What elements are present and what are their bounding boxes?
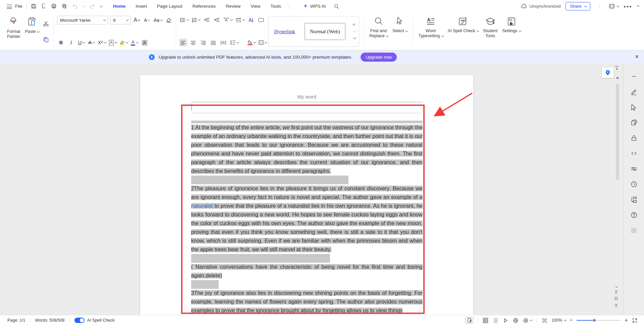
quick-access-dropdown-icon[interactable] — [100, 4, 102, 7]
code-icon[interactable] — [630, 149, 638, 157]
line-spacing-button[interactable] — [229, 39, 239, 47]
task-window-button[interactable] — [466, 317, 473, 324]
strikethrough-button[interactable]: A — [87, 39, 95, 47]
scroll-down-icon[interactable] — [615, 285, 618, 287]
underline-button[interactable]: U — [77, 39, 85, 47]
word-count[interactable]: Words: 508/508 — [35, 318, 65, 323]
zoom-slider-handle[interactable] — [593, 319, 596, 322]
zoom-slider[interactable] — [577, 318, 621, 323]
copy-button[interactable] — [42, 36, 50, 44]
font-name-select[interactable]: Microsoft YaHei — [57, 16, 108, 24]
style-hyperlink[interactable]: Hyperlink — [271, 28, 299, 35]
undo-dropdown-icon[interactable] — [83, 4, 85, 7]
naturalist-link[interactable]: naturalist — [191, 203, 213, 209]
clear-copy-icon[interactable] — [630, 119, 638, 127]
select-cursor-icon[interactable] — [630, 103, 638, 111]
distribute-button[interactable] — [219, 39, 227, 47]
word-typesetting-button[interactable]: A WordTypesetting — [416, 14, 445, 49]
upgrade-now-button[interactable]: Upgrade now — [361, 53, 396, 62]
new-tab-button[interactable] — [609, 4, 619, 9]
location-pin-button[interactable] — [601, 67, 614, 78]
fullscreen-button[interactable] — [632, 317, 638, 324]
justify-button[interactable] — [209, 39, 217, 47]
banner-close-icon[interactable]: × — [635, 53, 639, 60]
increase-indent-button[interactable] — [213, 16, 221, 24]
page-view-button[interactable] — [482, 317, 489, 324]
tab-wps-ai[interactable]: WPS AI — [303, 4, 326, 9]
sort-button[interactable] — [247, 16, 255, 24]
tab-references[interactable]: References — [193, 4, 216, 9]
character-border-button[interactable]: A — [108, 39, 117, 47]
apps-grid-icon[interactable] — [630, 226, 638, 235]
ai-spell-check-button[interactable]: ABC AI Spell Check — [445, 14, 481, 49]
clear-format-button[interactable] — [165, 16, 173, 24]
share-button[interactable]: Share — [566, 2, 590, 10]
decrease-indent-button[interactable] — [203, 16, 211, 24]
fit-page-button[interactable] — [541, 317, 548, 324]
character-shading-button[interactable]: A — [141, 39, 149, 47]
bold-button[interactable]: B — [57, 39, 65, 47]
format-painter-button[interactable]: FormatPainter — [5, 14, 23, 49]
print-icon[interactable] — [51, 3, 57, 9]
style-normal-web[interactable]: Normal (Web) — [305, 23, 345, 40]
tab-home[interactable]: Home — [113, 4, 126, 9]
student-tools-button[interactable]: StudentTools — [481, 14, 500, 49]
show-marks-button[interactable] — [257, 16, 265, 24]
document-page[interactable]: My word 1 At the beginning of the entire… — [140, 75, 473, 315]
reading-view-button[interactable] — [502, 317, 509, 324]
adjust-sliders-icon[interactable] — [630, 165, 638, 173]
redo-icon[interactable] — [89, 4, 95, 9]
page-indicator[interactable]: Page: 1/1 — [7, 318, 25, 323]
undo-icon[interactable] — [72, 4, 78, 9]
document-content[interactable]: 1 At the beginning of the entire article… — [191, 102, 423, 315]
italic-button[interactable]: I — [67, 39, 75, 47]
signature-pen-icon[interactable] — [630, 88, 638, 96]
zoom-level[interactable]: 100% — [551, 318, 566, 323]
hamburger-icon[interactable] — [7, 4, 12, 8]
tab-insert[interactable]: Insert — [136, 4, 147, 9]
scroll-up-arrow[interactable] — [616, 76, 619, 79]
zoom-out-button[interactable]: − — [570, 318, 573, 323]
font-color-button[interactable]: A — [130, 39, 139, 47]
tab-view[interactable]: View — [251, 4, 260, 9]
wrap-button[interactable] — [235, 16, 245, 24]
lock-icon[interactable] — [630, 134, 638, 142]
history-icon[interactable] — [630, 180, 638, 188]
web-view-button[interactable] — [513, 317, 519, 324]
cut-button[interactable] — [42, 20, 50, 28]
output-icon[interactable] — [41, 3, 46, 9]
help-icon[interactable] — [630, 211, 638, 219]
more-icon[interactable]: ●●● — [624, 4, 632, 8]
styles-scroll-down-icon[interactable] — [353, 29, 356, 32]
ai-spell-check-toggle[interactable] — [74, 318, 85, 323]
borders-button[interactable] — [258, 39, 267, 47]
settings-button[interactable]: Settings — [500, 14, 523, 49]
previous-page-icon[interactable] — [614, 290, 618, 294]
tab-page-layout[interactable]: Page Layout — [157, 4, 182, 9]
text-direction-button[interactable]: A — [223, 16, 233, 24]
hide-whitespace-icon[interactable] — [614, 66, 619, 70]
save-icon[interactable] — [31, 3, 37, 9]
bullets-button[interactable] — [179, 16, 189, 24]
vertical-scrollbar-thumb[interactable] — [616, 84, 619, 180]
align-center-button[interactable] — [189, 39, 197, 47]
shrink-font-button[interactable]: A− — [143, 16, 151, 24]
grow-font-button[interactable]: A+ — [133, 16, 141, 24]
styles-more-icon[interactable] — [353, 36, 356, 39]
paste-button[interactable]: Paste — [23, 14, 41, 49]
align-left-button[interactable] — [179, 39, 187, 47]
tab-review[interactable]: Review — [226, 4, 240, 9]
sync-status[interactable]: Unsynchronized — [521, 4, 560, 9]
print-preview-icon[interactable] — [61, 3, 67, 9]
outline-view-button[interactable] — [492, 317, 499, 324]
zoom-in-button[interactable]: + — [625, 318, 628, 323]
shading-button[interactable] — [247, 39, 256, 47]
next-page-icon[interactable] — [614, 303, 618, 307]
highlight-button[interactable] — [119, 39, 128, 47]
align-right-button[interactable] — [199, 39, 207, 47]
font-size-select[interactable]: 9 — [110, 16, 131, 24]
styles-scroll-up-icon[interactable] — [353, 23, 355, 26]
minimize-icon[interactable] — [630, 72, 638, 80]
collapse-ribbon-icon[interactable] — [637, 5, 639, 8]
select-button[interactable]: Select — [390, 14, 410, 49]
